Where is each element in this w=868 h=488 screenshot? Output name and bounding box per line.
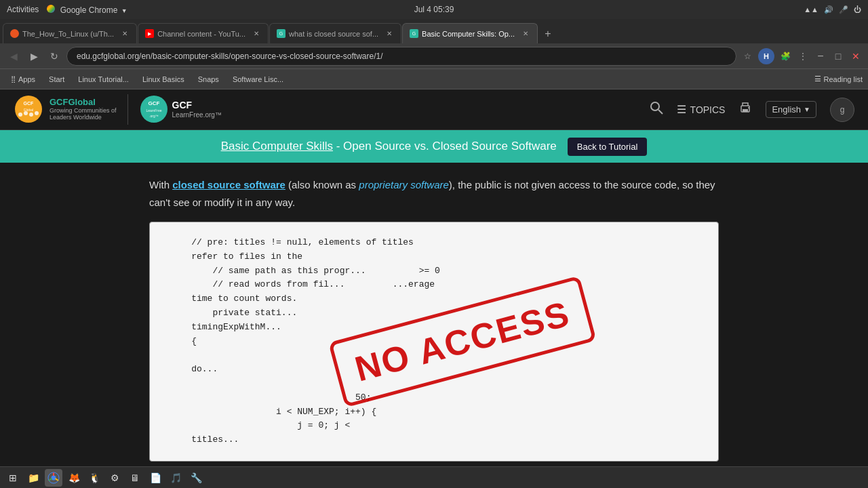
tab-3[interactable]: G what is closed source sof... ✕ [269, 23, 401, 43]
bookmark-software[interactable]: Software Lisc... [227, 74, 289, 85]
taskbar-firefox-icon[interactable]: 🦊 [65, 469, 83, 487]
new-tab-button[interactable]: + [538, 24, 557, 43]
site-header: GCF Global GCFGlobal Growing Communities… [0, 89, 868, 130]
maximize-button[interactable]: □ [831, 49, 845, 63]
course-link[interactable]: Basic Computer Skills [221, 140, 333, 152]
code-line-2: refer to files in the [170, 250, 698, 264]
content-paragraph: With closed source software (also known … [149, 176, 719, 211]
bookmark-snaps[interactable]: Snaps [193, 74, 224, 85]
text-intro: With [149, 179, 172, 190]
tab-2-favicon: ▶ [145, 29, 154, 38]
svg-point-11 [651, 102, 659, 110]
tab-3-close[interactable]: ✕ [384, 29, 394, 39]
code-line-9 [170, 348, 698, 363]
back-to-tutorial-button[interactable]: Back to Tutorial [568, 138, 648, 156]
taskbar-tools-icon[interactable]: 🔧 [187, 469, 205, 487]
webpage: GCF Global GCFGlobal Growing Communities… [0, 89, 868, 466]
text-middle: (also known as [285, 179, 359, 190]
banner-page-title: Open Source vs. Closed Source Software [343, 140, 557, 152]
extensions-icon[interactable]: 🧩 [778, 49, 792, 63]
svg-point-3 [18, 113, 22, 117]
gcf-logo-container: GCF Global GCFGlobal Growing Communities… [14, 94, 222, 125]
tab-3-favicon: G [277, 29, 285, 38]
tab-bar: The_How_To_Linux (u/Th... ✕ ▶ Channel co… [0, 19, 868, 43]
forward-button[interactable]: ▶ [26, 48, 42, 64]
code-line-8: { [170, 335, 698, 349]
chevron-down-icon: ▼ [804, 106, 810, 113]
mic-icon: 🎤 [839, 5, 848, 14]
browser-chrome: The_How_To_Linux (u/Th... ✕ ▶ Channel co… [0, 19, 868, 89]
term-closed-source[interactable]: closed source software [172, 179, 285, 190]
taskbar-terminal-icon[interactable]: 🖥 [126, 469, 144, 487]
print-button[interactable] [738, 101, 752, 118]
chrome-favicon [47, 5, 55, 13]
svg-point-15 [748, 107, 749, 108]
code-line-3: // same path as this progr... >= 0 [170, 264, 698, 279]
code-line-4: // read words from fil... ...erage [170, 278, 698, 292]
gcflearnfree-icon: GCF LearnFree .org™ [139, 94, 170, 125]
url-input[interactable] [66, 47, 736, 66]
taskbar-text-icon[interactable]: 📄 [146, 469, 164, 487]
code-line-14: j = 0; j < [170, 419, 698, 433]
taskbar-settings-icon[interactable]: ⚙ [106, 469, 123, 487]
bookmark-start-label: Start [49, 75, 64, 83]
svg-text:GCF: GCF [148, 100, 159, 106]
volume-icon: 🔊 [824, 5, 833, 14]
gcfglobal-tagline2: Leaders Worldwide [50, 115, 117, 121]
bookmark-start[interactable]: Start [43, 74, 70, 85]
svg-point-17 [52, 475, 56, 480]
svg-point-5 [29, 113, 33, 117]
taskbar-folder-icon[interactable]: 📁 [24, 469, 42, 487]
svg-point-4 [24, 111, 28, 115]
code-line-6: private stati... [170, 306, 698, 321]
close-button[interactable]: ✕ [849, 49, 863, 63]
svg-rect-14 [743, 109, 748, 112]
browser-label: Google Chrome ▼ [47, 5, 127, 15]
search-button[interactable] [650, 101, 663, 118]
tab-2[interactable]: ▶ Channel content - YouTu... ✕ [138, 23, 269, 43]
bookmark-linux-tutorial[interactable]: Linux Tutorial... [73, 74, 134, 85]
bookmark-apps-label: Apps [18, 75, 35, 83]
code-line-12: 50; [170, 391, 698, 405]
gcfglobal-name: GCFGlobal [50, 98, 117, 107]
reading-list-button[interactable]: ☰ Reading list [814, 75, 863, 83]
gcfglobal-logo[interactable]: GCF Global GCFGlobal Growing Communities… [14, 94, 117, 125]
tab-4[interactable]: G Basic Computer Skills: Op... ✕ [402, 23, 538, 43]
gcf-text: GCF [172, 100, 222, 111]
tab-1-close[interactable]: ✕ [120, 29, 130, 39]
taskbar-files-icon[interactable]: ⊞ [4, 469, 22, 487]
bookmark-star-icon[interactable]: ☆ [741, 49, 754, 63]
code-line-10: do... [170, 363, 698, 377]
os-taskbar: ⊞ 📁 🦊 🐧 ⚙ 🖥 📄 🎵 🔧 [0, 466, 868, 488]
reading-list-label: Reading list [824, 75, 863, 83]
language-selector[interactable]: English ▼ [766, 101, 816, 118]
user-avatar[interactable]: g [830, 98, 854, 122]
code-line-5: time to count words. [170, 292, 698, 306]
tab-1[interactable]: The_How_To_Linux (u/Th... ✕ [3, 23, 137, 43]
reload-button[interactable]: ↻ [46, 48, 62, 64]
learnfree-text: LearnFree.org™ [172, 111, 222, 119]
activities-label[interactable]: Activities [7, 5, 39, 14]
topics-button[interactable]: ☰ TOPICS [677, 103, 726, 116]
bookmark-linux-basics[interactable]: Linux Basics [137, 74, 190, 85]
svg-text:LearnFree: LearnFree [146, 108, 161, 113]
term-proprietary: proprietary software [359, 179, 449, 190]
site-header-right: ☰ TOPICS English ▼ g [650, 98, 854, 122]
banner-separator: - [336, 140, 340, 152]
code-line-1: // pre: titles != null, elements of titl… [170, 236, 698, 250]
tab-4-close[interactable]: ✕ [521, 29, 530, 39]
taskbar-music-icon[interactable]: 🎵 [167, 469, 184, 487]
code-line-13: i < NUM_EXP; i++) { [170, 405, 698, 420]
tab-2-close[interactable]: ✕ [252, 29, 261, 39]
reading-list-icon: ☰ [814, 75, 821, 83]
course-banner: Basic Computer Skills - Open Source vs. … [0, 130, 868, 163]
gcflearnfree-logo[interactable]: GCF LearnFree .org™ GCF LearnFree.org™ [127, 94, 222, 125]
taskbar-linux-icon[interactable]: 🐧 [85, 469, 103, 487]
profile-icon[interactable]: H [758, 48, 774, 64]
bookmark-apps[interactable]: ⣿ Apps [5, 74, 41, 85]
minimize-button[interactable]: − [814, 49, 827, 63]
bookmark-linux-basics-label: Linux Basics [142, 75, 184, 83]
back-button[interactable]: ◀ [5, 48, 22, 64]
taskbar-chrome-icon[interactable] [45, 469, 62, 487]
menu-icon[interactable]: ⋮ [796, 49, 810, 63]
